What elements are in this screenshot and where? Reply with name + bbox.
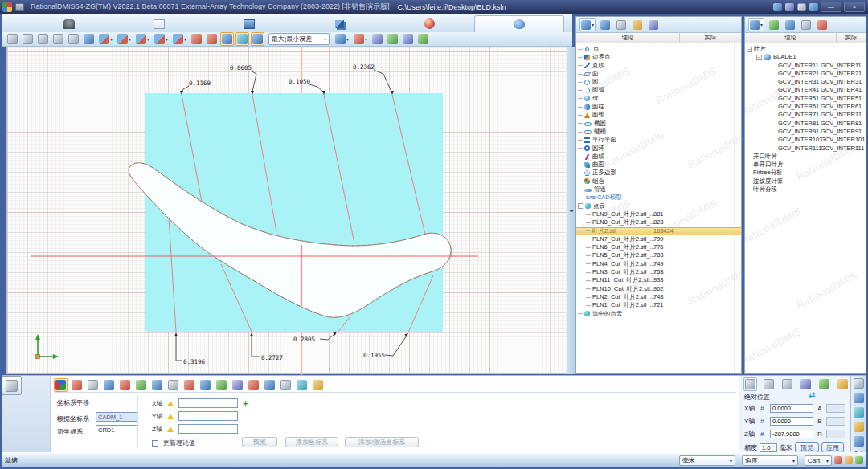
import-cs-icon[interactable] [295,378,309,392]
update-theory-checkbox[interactable] [152,440,158,447]
cad-model-row[interactable]: CAD CAD模型 [576,194,741,202]
blade-section-row[interactable]: GCV_INTER11 GCV_INTER11 [745,62,866,70]
collapse-icon[interactable]: − [578,203,583,209]
feature-type-row[interactable]: 面 [576,70,741,78]
column-theory[interactable]: 理论 [576,33,680,43]
translate-cs-icon[interactable] [54,378,68,392]
machine-status-icon[interactable] [855,456,863,464]
tab-display[interactable] [204,15,294,32]
pointcloud-row[interactable]: PLN3_Cut_叶片2.stl_... 753 [576,268,741,276]
report-export-icon[interactable]: ▾ [352,32,369,46]
feature-type-row[interactable]: 圆柱 [576,103,741,111]
surface-points-icon[interactable]: ▾ [220,32,234,46]
capture-view-icon[interactable]: ▾ [67,32,80,46]
ruler-status-icon[interactable] [845,456,853,464]
column-actual[interactable]: 实际 [680,33,741,43]
report-send-icon[interactable]: ▾ [401,32,415,46]
caliper-side-icon[interactable] [854,378,864,389]
preview-button[interactable]: 预览 [795,442,819,453]
minimize-button[interactable]: — [821,2,841,12]
feature-type-row[interactable]: 管道 [576,186,741,194]
blade-analysis-row[interactable]: 波纹度计算 [745,177,866,186]
probe-tool-icon[interactable]: ▾ [615,18,628,31]
rotation-value-input[interactable] [826,404,845,413]
rotate-cs-icon[interactable] [70,378,84,392]
measure-plane-icon[interactable]: ▾ [153,32,170,46]
report-out-icon[interactable]: ▾ [416,32,430,46]
unit-dropdown[interactable]: 毫米▾ [679,455,735,466]
coordinate-mode-dropdown[interactable]: Cart▾ [805,455,832,466]
y-axis-input[interactable] [178,411,238,421]
feature-type-row[interactable]: 圆环 [576,145,741,153]
image-tool-icon[interactable]: ▾ [784,18,796,31]
rotation-value-input[interactable] [826,417,845,426]
graphics-viewport[interactable]: 0.1169 0.0605 0.1050 0.2362 0.3196 0.272… [6,47,567,374]
blade-section-row[interactable]: GCV_INTER91 GCV_INTER91 [745,128,866,136]
probe-head-icon[interactable]: ▾ [36,32,50,46]
new-cs-input[interactable] [96,425,137,434]
feature-type-row[interactable]: 直线 [576,62,741,70]
feature-type-row[interactable]: 正多边形 [576,169,741,177]
feature-type-row[interactable]: 点 [576,45,741,53]
axis-value-input[interactable] [770,417,813,426]
blade-section-row[interactable]: GCV_INTER51 GCV_INTER51 [745,95,866,103]
blade-analysis-row[interactable]: 叶片分段 [745,186,866,194]
feature-type-row[interactable]: 组合 [576,177,741,186]
error-map-icon[interactable]: ▾ [334,32,350,46]
feature-type-row[interactable]: 曲面 [576,161,741,169]
search-side-icon[interactable] [854,407,864,418]
blade-section-row[interactable]: GCV_INTER111 GCV_INTER111 [745,145,866,153]
display-mode-icon[interactable]: ▾ [82,32,96,46]
probe-path-icon[interactable]: ▾ [190,32,203,46]
blade-analysis-row[interactable]: 开口叶片 [745,153,866,161]
collapse-icon[interactable]: − [756,55,762,60]
measure-circle-icon[interactable]: ▾ [134,32,151,46]
x-axis-input[interactable] [178,398,238,408]
angle-tab-icon[interactable] [762,377,776,391]
feature-type-row[interactable]: 平行平面 [576,136,741,144]
measure-line-icon[interactable]: ▾ [116,32,133,46]
vector-tab-icon[interactable] [780,377,794,391]
error-mode-dropdown[interactable]: 最大|最小误差 ▾ [268,33,330,45]
axis3-cs-icon[interactable] [118,378,132,392]
add-icon[interactable]: + [243,399,248,407]
position-tab-icon[interactable] [743,377,757,391]
theme-icon[interactable] [809,3,818,11]
ribbon-style-icon[interactable] [797,3,806,11]
pointcloud-group-row[interactable]: − 点云 [576,202,741,210]
pointcloud-row[interactable]: PLN8_Cut_叶片2.stl_... 823 [576,218,741,226]
add-cs-button[interactable]: 添加坐标系 [285,437,338,447]
pointcloud-row[interactable]: 叶片2.stl 163424 [576,227,741,235]
report-forward-icon[interactable]: ▾ [386,32,399,46]
tolerance-tool-icon[interactable]: ▾ [631,18,644,31]
save-cs-icon[interactable] [199,378,212,392]
panel-splitter[interactable]: ◂▸ [567,47,575,374]
model-side-icon[interactable] [854,436,864,447]
plane-line-point-cs-icon[interactable] [134,378,148,392]
grid-tool-icon[interactable]: ▾ [647,18,660,31]
selected-pointcloud-row[interactable]: 选中的点云 [576,310,741,318]
blade-section-row[interactable]: GCV_INTER61 GCV_INTER61 [745,103,866,111]
model-cs-icon[interactable] [215,378,228,392]
base-cs-input[interactable] [96,412,137,422]
axes-tool-icon[interactable]: ▾ [768,18,780,31]
fit-curve-icon[interactable]: ▾ [205,32,219,46]
pointcloud-row[interactable]: PLN4_Cut_叶片2.stl_... 749 [576,260,741,268]
column-theory[interactable]: 理论 [745,33,837,43]
blade-section-row[interactable]: GCV_INTER71 GCV_INTER71 [745,111,866,119]
pointcloud-row[interactable]: PLN7_Cut_叶片2.stl_... 799 [576,235,741,243]
tab-probe[interactable] [24,15,114,32]
tab-features[interactable] [294,15,384,32]
blade-section-row[interactable]: GCV_INTER101 GCV_INTER101 [745,136,866,144]
home-tab-icon[interactable] [836,377,850,391]
machine-cs-icon[interactable] [279,378,293,392]
blade-analysis-row[interactable]: 单开口叶片 [745,161,866,169]
feature-type-row[interactable]: 圆 [576,78,741,86]
blade-section-row[interactable]: GCV_INTER41 GCV_INTER41 [745,86,866,94]
stop-status-icon[interactable] [834,456,842,464]
features-tab-icon[interactable]: ▾ [579,18,596,31]
angle-dropdown[interactable]: 角度▾ [742,455,798,466]
blade-root-row[interactable]: − 叶片 [745,45,866,53]
close-button[interactable]: × [844,2,865,12]
feature-type-row[interactable]: 边界点 [576,53,741,61]
